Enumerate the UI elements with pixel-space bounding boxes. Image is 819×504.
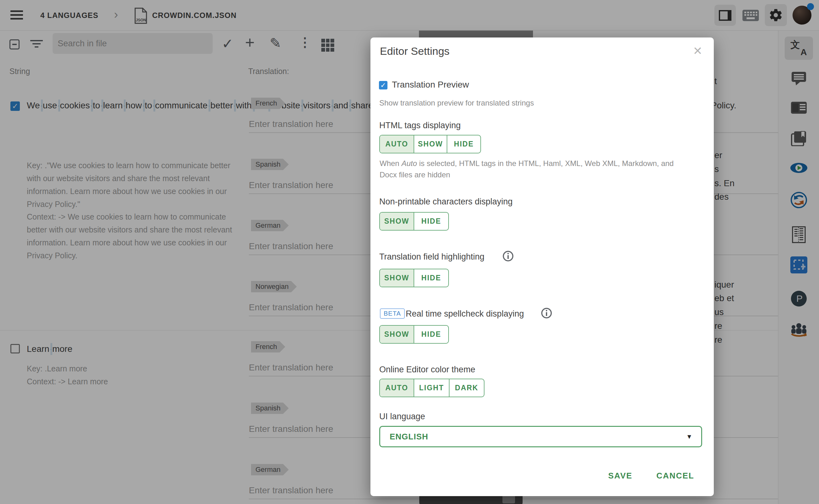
ui-language-value: ENGLISH	[390, 427, 428, 446]
toggle-option-show[interactable]: SHOW	[380, 326, 414, 343]
chevron-down-icon: ▼	[686, 427, 692, 446]
dialog-title: Editor Settings	[380, 45, 450, 57]
help-italic-auto: Auto	[401, 159, 417, 168]
toggle-option-auto[interactable]: AUTO	[380, 135, 414, 153]
toggle-option-show[interactable]: SHOW	[380, 269, 414, 287]
non-printable-toggle: SHOW HIDE	[379, 212, 449, 231]
html-tags-help: When Auto is selected, HTML tags in the …	[380, 158, 693, 180]
translation-preview-description: Show translation preview for translated …	[379, 99, 534, 107]
editor-settings-dialog: Editor Settings ✕ ✓ Translation Preview …	[370, 37, 714, 496]
toggle-option-hide[interactable]: HIDE	[414, 213, 448, 230]
toggle-option-dark[interactable]: DARK	[449, 379, 484, 397]
spellcheck-heading: Real time spellcheck displaying	[406, 309, 524, 319]
translation-preview-label: Translation Preview	[392, 80, 469, 90]
info-icon[interactable]	[541, 307, 552, 319]
toggle-option-show[interactable]: SHOW	[414, 135, 447, 153]
close-icon[interactable]: ✕	[693, 44, 702, 58]
color-theme-heading: Online Editor color theme	[379, 365, 475, 375]
beta-badge: BETA	[380, 308, 405, 319]
translation-preview-checkbox[interactable]: ✓	[379, 81, 387, 89]
field-highlighting-heading: Translation field highlighting	[379, 252, 484, 262]
toggle-option-light[interactable]: LIGHT	[414, 379, 449, 397]
toggle-option-hide[interactable]: HIDE	[414, 326, 448, 343]
toggle-option-auto[interactable]: AUTO	[380, 379, 414, 397]
cancel-button[interactable]: CANCEL	[656, 471, 694, 481]
ui-language-label: UI language	[379, 412, 425, 421]
toggle-option-show[interactable]: SHOW	[380, 213, 414, 230]
html-tags-heading: HTML tags displaying	[379, 121, 461, 130]
non-printable-heading: Non-printable characters displaying	[379, 197, 513, 207]
spellcheck-toggle: SHOW HIDE	[379, 325, 449, 344]
html-tags-toggle: AUTO SHOW HIDE	[379, 135, 481, 153]
ui-language-select[interactable]: ENGLISH ▼	[379, 426, 702, 447]
toggle-option-hide[interactable]: HIDE	[414, 269, 448, 287]
info-icon[interactable]	[502, 250, 514, 262]
save-button[interactable]: SAVE	[608, 471, 633, 481]
toggle-option-hide[interactable]: HIDE	[447, 135, 480, 153]
color-theme-toggle: AUTO LIGHT DARK	[379, 379, 484, 397]
field-highlighting-toggle: SHOW HIDE	[379, 269, 449, 287]
